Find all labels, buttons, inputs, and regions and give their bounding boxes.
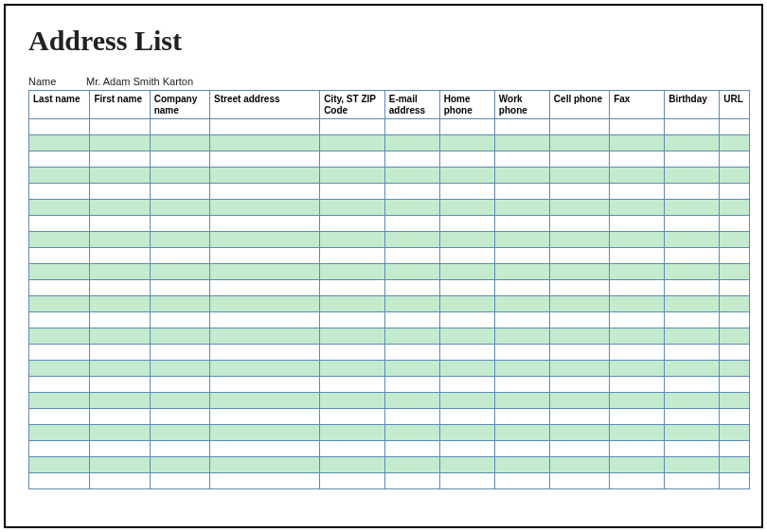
table-cell[interactable] xyxy=(549,264,609,280)
table-cell[interactable] xyxy=(29,312,90,328)
table-cell[interactable] xyxy=(384,248,439,264)
table-cell[interactable] xyxy=(549,457,609,473)
table-cell[interactable] xyxy=(210,441,320,457)
table-cell[interactable] xyxy=(320,473,385,489)
table-cell[interactable] xyxy=(720,457,750,473)
table-cell[interactable] xyxy=(320,361,385,377)
table-cell[interactable] xyxy=(29,280,90,296)
table-cell[interactable] xyxy=(549,135,609,151)
table-cell[interactable] xyxy=(494,280,549,296)
table-cell[interactable] xyxy=(494,328,549,345)
table-cell[interactable] xyxy=(29,345,90,361)
table-row[interactable] xyxy=(29,119,750,135)
table-cell[interactable] xyxy=(494,393,549,409)
table-cell[interactable] xyxy=(610,441,665,457)
table-cell[interactable] xyxy=(320,184,385,200)
table-cell[interactable] xyxy=(210,345,320,361)
table-cell[interactable] xyxy=(150,135,209,151)
table-cell[interactable] xyxy=(549,425,609,441)
table-cell[interactable] xyxy=(210,296,320,312)
table-cell[interactable] xyxy=(90,200,150,216)
table-cell[interactable] xyxy=(90,135,150,151)
table-cell[interactable] xyxy=(320,264,385,280)
table-cell[interactable] xyxy=(150,248,209,264)
table-cell[interactable] xyxy=(439,377,494,393)
table-cell[interactable] xyxy=(150,200,209,216)
table-cell[interactable] xyxy=(610,151,665,168)
table-cell[interactable] xyxy=(29,168,90,184)
table-cell[interactable] xyxy=(439,216,494,232)
table-row[interactable] xyxy=(29,457,750,473)
table-cell[interactable] xyxy=(384,409,439,425)
table-cell[interactable] xyxy=(320,441,385,457)
table-cell[interactable] xyxy=(439,441,494,457)
table-cell[interactable] xyxy=(90,473,150,489)
table-cell[interactable] xyxy=(439,168,494,184)
table-cell[interactable] xyxy=(439,248,494,264)
table-cell[interactable] xyxy=(29,441,90,457)
table-cell[interactable] xyxy=(210,473,320,489)
table-cell[interactable] xyxy=(210,200,320,216)
table-cell[interactable] xyxy=(320,216,385,232)
table-cell[interactable] xyxy=(439,151,494,168)
table-cell[interactable] xyxy=(384,393,439,409)
table-cell[interactable] xyxy=(610,361,665,377)
table-cell[interactable] xyxy=(384,135,439,151)
table-cell[interactable] xyxy=(549,168,609,184)
table-cell[interactable] xyxy=(150,328,209,345)
table-cell[interactable] xyxy=(439,200,494,216)
table-cell[interactable] xyxy=(90,248,150,264)
table-row[interactable] xyxy=(29,345,750,361)
table-cell[interactable] xyxy=(150,232,209,248)
table-cell[interactable] xyxy=(384,168,439,184)
table-cell[interactable] xyxy=(665,345,720,361)
table-cell[interactable] xyxy=(610,312,665,328)
table-cell[interactable] xyxy=(150,473,209,489)
table-cell[interactable] xyxy=(720,425,750,441)
table-cell[interactable] xyxy=(320,328,385,345)
table-cell[interactable] xyxy=(439,296,494,312)
table-cell[interactable] xyxy=(720,151,750,168)
table-cell[interactable] xyxy=(665,232,720,248)
table-cell[interactable] xyxy=(720,200,750,216)
table-cell[interactable] xyxy=(549,232,609,248)
table-cell[interactable] xyxy=(210,361,320,377)
table-cell[interactable] xyxy=(720,328,750,345)
table-cell[interactable] xyxy=(90,296,150,312)
table-cell[interactable] xyxy=(210,393,320,409)
table-cell[interactable] xyxy=(320,135,385,151)
table-cell[interactable] xyxy=(610,393,665,409)
table-cell[interactable] xyxy=(665,361,720,377)
table-cell[interactable] xyxy=(549,216,609,232)
table-cell[interactable] xyxy=(439,345,494,361)
table-cell[interactable] xyxy=(384,425,439,441)
table-cell[interactable] xyxy=(90,264,150,280)
table-cell[interactable] xyxy=(720,184,750,200)
table-cell[interactable] xyxy=(29,135,90,151)
table-cell[interactable] xyxy=(384,216,439,232)
table-cell[interactable] xyxy=(720,393,750,409)
table-cell[interactable] xyxy=(210,184,320,200)
table-cell[interactable] xyxy=(384,345,439,361)
table-cell[interactable] xyxy=(439,184,494,200)
table-cell[interactable] xyxy=(439,409,494,425)
table-cell[interactable] xyxy=(720,264,750,280)
table-cell[interactable] xyxy=(720,296,750,312)
table-cell[interactable] xyxy=(720,232,750,248)
table-cell[interactable] xyxy=(90,312,150,328)
table-cell[interactable] xyxy=(720,135,750,151)
table-cell[interactable] xyxy=(384,377,439,393)
table-cell[interactable] xyxy=(150,345,209,361)
table-cell[interactable] xyxy=(439,312,494,328)
table-cell[interactable] xyxy=(384,151,439,168)
table-cell[interactable] xyxy=(210,264,320,280)
table-cell[interactable] xyxy=(610,264,665,280)
table-cell[interactable] xyxy=(150,216,209,232)
table-cell[interactable] xyxy=(610,409,665,425)
table-cell[interactable] xyxy=(665,393,720,409)
table-cell[interactable] xyxy=(90,409,150,425)
table-cell[interactable] xyxy=(549,200,609,216)
table-cell[interactable] xyxy=(665,457,720,473)
table-cell[interactable] xyxy=(90,361,150,377)
table-cell[interactable] xyxy=(210,248,320,264)
